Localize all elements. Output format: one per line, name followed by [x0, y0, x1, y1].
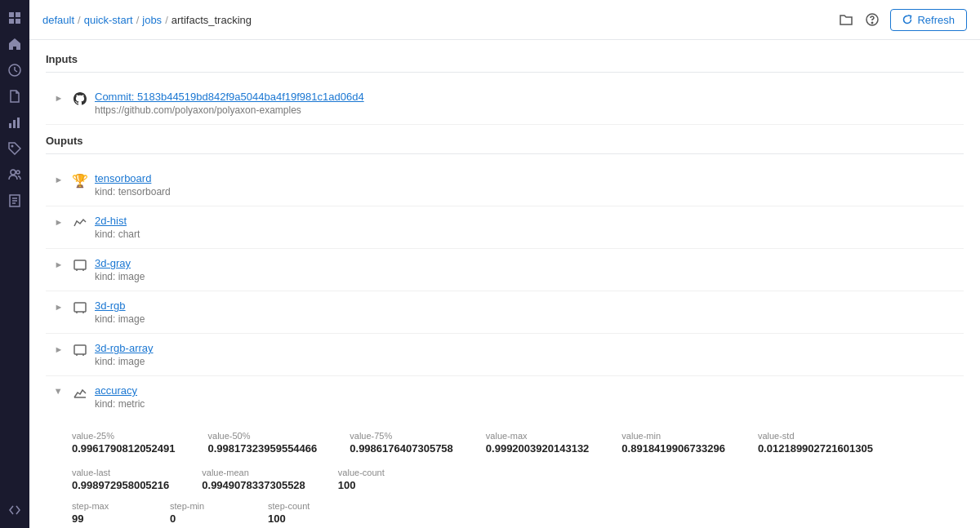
svg-rect-9 — [17, 118, 20, 128]
breadcrumb-link-jobs[interactable]: jobs — [142, 14, 162, 26]
artifact-row-3dgray[interactable]: ► 3d-gray kind: image — [46, 249, 964, 291]
stat-value50-value: 0.99817323959554466 — [208, 442, 318, 455]
svg-rect-8 — [13, 120, 16, 128]
breadcrumb-sep-2: / — [136, 14, 140, 26]
artifact-row-3drgbarray[interactable]: ► 3d-rgb-array kind: image — [46, 334, 964, 376]
stat-valuecount-value: 100 — [338, 479, 403, 491]
sidebar-icon-expand[interactable] — [3, 499, 26, 521]
3drgbarray-name[interactable]: 3d-rgb-array — [95, 342, 957, 354]
commit-info: Commit: 5183b44519bd842f9a5044ba4f19f981… — [95, 91, 957, 116]
commit-row[interactable]: ► Commit: 5183b44519bd842f9a5044ba4f19f9… — [46, 82, 964, 125]
svg-rect-20 — [74, 345, 86, 354]
3drgb-icon — [72, 299, 88, 316]
stat-stepmax-value: 99 — [72, 512, 137, 525]
3drgb-name[interactable]: 3d-rgb — [95, 299, 957, 312]
2dhist-name[interactable]: 2d-hist — [95, 215, 957, 227]
inputs-section: Inputs ► Commit: 5183b44519bd842f9a5044b… — [46, 53, 964, 125]
svg-rect-1 — [16, 12, 20, 17]
artifact-row-3drgb[interactable]: ► 3d-rgb kind: image — [46, 291, 964, 334]
stat-value50: value-50% 0.99817323959554466 — [208, 431, 318, 455]
commit-hash[interactable]: Commit: 5183b44519bd842f9a5044ba4f19f981… — [95, 91, 957, 103]
breadcrumb-link-quickstart[interactable]: quick-start — [84, 14, 133, 26]
stat-stepmin-value: 0 — [170, 512, 235, 525]
stat-valuemax-label: value-max — [486, 431, 590, 441]
folder-icon-btn[interactable] — [835, 8, 858, 31]
breadcrumb: default / quick-start / jobs / artifacts… — [42, 14, 252, 26]
stat-value25-label: value-25% — [72, 431, 176, 441]
3drgb-chevron: ► — [52, 300, 65, 313]
stat-valuecount: value-count 100 — [338, 468, 403, 491]
3dgray-name[interactable]: 3d-gray — [95, 257, 957, 269]
svg-rect-0 — [9, 12, 14, 17]
stat-valuemean-value: 0.9949078337305528 — [202, 479, 305, 491]
stat-stepmax-label: step-max — [72, 501, 137, 511]
3drgbarray-info: 3d-rgb-array kind: image — [95, 342, 957, 367]
artifact-row-accuracy[interactable]: ► accuracy kind: metric — [46, 376, 964, 418]
artifact-row-tensorboard[interactable]: ► 🏆 tensorboard kind: tensorboard — [46, 164, 964, 206]
breadcrumb-link-default[interactable]: default — [42, 14, 74, 26]
accuracy-stats-row1: value-25% 0.9961790812052491 value-50% 0… — [72, 431, 957, 491]
artifact-row-2dhist[interactable]: ► 2d-hist kind: chart — [46, 206, 964, 249]
sidebar-icon-people[interactable] — [3, 163, 26, 186]
stat-stepcount: step-count 100 — [268, 501, 333, 525]
stat-valuemean-label: value-mean — [202, 468, 305, 477]
stat-stepmin: step-min 0 — [170, 501, 235, 525]
tensorboard-name[interactable]: tensorboard — [95, 172, 957, 184]
stat-stepmax: step-max 99 — [72, 501, 137, 525]
accuracy-chevron: ► — [52, 385, 65, 398]
sidebar — [0, 0, 29, 528]
3drgb-kind: kind: image — [95, 313, 957, 325]
2dhist-kind: kind: chart — [95, 229, 957, 240]
accuracy-expanded-data: value-25% 0.9961790812052491 value-50% 0… — [46, 418, 964, 528]
sidebar-icon-file[interactable] — [3, 85, 26, 108]
stat-valuemin-value: 0.8918419906733296 — [621, 442, 725, 455]
stat-value50-label: value-50% — [208, 431, 318, 441]
accuracy-name[interactable]: accuracy — [95, 384, 957, 397]
stat-value75: value-75% 0.9986176407305758 — [350, 431, 453, 455]
inputs-title: Inputs — [46, 53, 964, 65]
svg-rect-19 — [74, 303, 86, 312]
sidebar-icon-doc[interactable] — [3, 189, 26, 212]
stat-valuemean: value-mean 0.9949078337305528 — [202, 468, 305, 491]
refresh-label: Refresh — [917, 14, 955, 26]
help-icon-btn[interactable] — [861, 8, 884, 31]
accuracy-kind: kind: metric — [95, 398, 957, 410]
sidebar-icon-tag[interactable] — [3, 137, 26, 160]
stat-stepcount-label: step-count — [268, 501, 333, 511]
sidebar-icon-chart[interactable] — [3, 111, 26, 134]
sidebar-icon-home[interactable] — [3, 33, 26, 55]
tensorboard-info: tensorboard kind: tensorboard — [95, 172, 957, 197]
3drgbarray-chevron: ► — [52, 343, 65, 356]
inputs-divider — [46, 72, 964, 73]
sidebar-icon-clock[interactable] — [3, 59, 26, 82]
stat-valuemax: value-max 0.9992003920143132 — [486, 431, 590, 455]
accuracy-stats-row2: step-max 99 step-min 0 step-count 100 — [72, 501, 957, 525]
refresh-icon — [902, 15, 912, 24]
sidebar-icon-grid[interactable] — [3, 7, 26, 29]
stat-valuemin: value-min 0.8918419906733296 — [621, 431, 725, 455]
svg-point-12 — [16, 171, 20, 174]
svg-rect-2 — [9, 19, 14, 24]
refresh-button[interactable]: Refresh — [890, 9, 967, 31]
github-icon — [72, 91, 88, 107]
svg-rect-18 — [74, 260, 86, 269]
3dgray-info: 3d-gray kind: image — [95, 257, 957, 282]
stat-valuemin-label: value-min — [621, 431, 725, 441]
stat-valuecount-label: value-count — [338, 468, 403, 477]
stat-value25-value: 0.9961790812052491 — [72, 442, 176, 455]
tensorboard-kind: kind: tensorboard — [95, 186, 957, 197]
2dhist-info: 2d-hist kind: chart — [95, 215, 957, 240]
tensorboard-chevron: ► — [52, 173, 65, 186]
stat-value75-label: value-75% — [350, 431, 453, 441]
stat-value25: value-25% 0.9961790812052491 — [72, 431, 176, 455]
stat-valuestd-value: 0.012189902721601305 — [758, 442, 873, 455]
3dgray-chevron: ► — [52, 258, 65, 271]
outputs-section: Ouputs ► 🏆 tensorboard kind: tensorboard… — [46, 135, 964, 528]
svg-point-11 — [11, 170, 16, 175]
breadcrumb-sep-3: / — [165, 14, 168, 26]
3dgray-icon — [72, 257, 88, 273]
2dhist-chevron: ► — [52, 215, 65, 229]
3dgray-kind: kind: image — [95, 271, 957, 282]
header-actions: Refresh — [835, 8, 967, 31]
commit-chevron: ► — [52, 91, 65, 104]
